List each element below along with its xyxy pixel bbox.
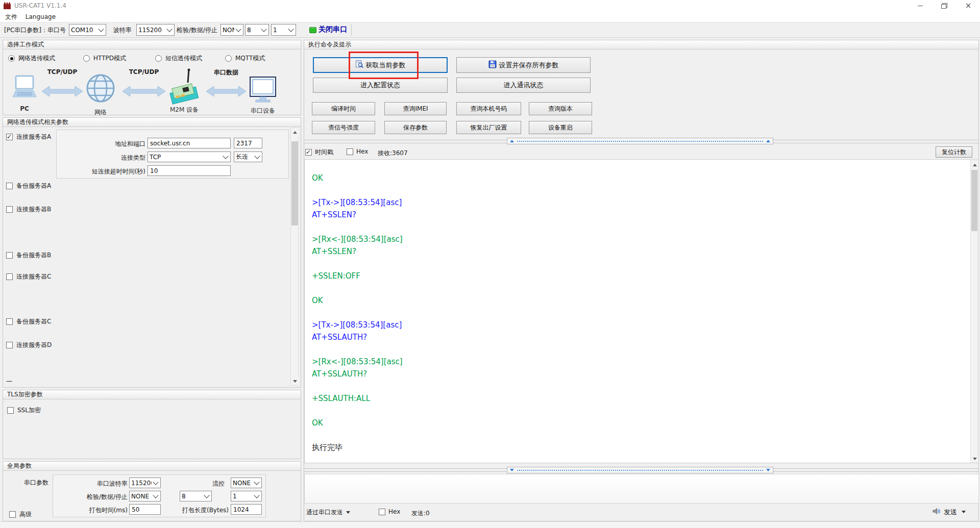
menu-language[interactable]: Language bbox=[22, 12, 59, 22]
chevron-down-icon bbox=[254, 479, 259, 485]
query-signal-button[interactable]: 查信号强度 bbox=[312, 121, 375, 134]
factory-reset-button[interactable]: 恢复出厂设置 bbox=[456, 121, 521, 134]
advanced-checkbox-row[interactable]: 高级 bbox=[9, 510, 32, 519]
window-title: USR-CAT1 V1.1.4 bbox=[14, 2, 66, 9]
left-scrollbar[interactable] bbox=[290, 128, 299, 386]
scrollbar-thumb[interactable] bbox=[291, 141, 298, 225]
checkbox-row[interactable]: 连接服务器C bbox=[6, 272, 51, 281]
maximize-button[interactable] bbox=[935, 0, 952, 11]
checkbox-row[interactable]: 备份服务器A bbox=[6, 182, 51, 190]
timestamp-checkbox-row[interactable]: 时间戳 bbox=[305, 148, 333, 157]
log-line: AT+SSLAUTH? bbox=[312, 368, 978, 380]
mode-option-mqtt[interactable]: MQTT模式 bbox=[225, 54, 265, 63]
query-imei-button[interactable]: 查询IMEI bbox=[384, 102, 447, 115]
pack-time-input[interactable]: 50 bbox=[129, 504, 161, 515]
hex-send-checkbox-row[interactable]: Hex bbox=[379, 508, 400, 515]
checkbox-advanced[interactable] bbox=[9, 511, 16, 518]
compile-time-button[interactable]: 编译时间 bbox=[312, 102, 375, 115]
frame-label: 检验/数据/停止 bbox=[177, 26, 217, 35]
arrow-icon bbox=[122, 86, 165, 98]
flow-select[interactable]: NONE bbox=[231, 477, 262, 488]
checkbox-server-c[interactable] bbox=[6, 273, 13, 280]
checkbox-ssl[interactable] bbox=[7, 407, 14, 414]
baud-select[interactable]: 115200 bbox=[136, 24, 175, 36]
get-params-button[interactable]: 获取当前参数 bbox=[313, 57, 448, 73]
hex-checkbox-row[interactable]: Hex bbox=[347, 148, 368, 155]
diagram-node-label: 串口设备 bbox=[248, 107, 278, 115]
radio-httpd-mode[interactable] bbox=[83, 55, 90, 62]
conn-type-select[interactable]: TCP bbox=[148, 152, 231, 162]
stopbits-select[interactable]: 1 bbox=[271, 24, 296, 36]
enter-comm-button[interactable]: 进入通讯状态 bbox=[456, 78, 591, 93]
server-address-input[interactable]: socket.usr.cn bbox=[148, 138, 231, 148]
g-databits-select[interactable]: 8 bbox=[180, 491, 212, 501]
checkbox-timestamp[interactable] bbox=[305, 149, 312, 156]
pc-icon bbox=[11, 74, 38, 105]
enter-config-button[interactable]: 进入配置状态 bbox=[313, 78, 448, 93]
save-params-button[interactable]: 保存参数 bbox=[384, 121, 447, 134]
diagram-node-label: PC bbox=[11, 105, 38, 112]
close-button[interactable]: × bbox=[960, 0, 977, 11]
serial-params-label: 串口参数 bbox=[24, 479, 48, 487]
parity-select[interactable]: NONI bbox=[220, 24, 243, 36]
log-lines: OK >[Tx->][08:53:54][asc]AT+SSLEN? >[Rx<… bbox=[305, 160, 978, 454]
server-a-checkbox-row[interactable]: 连接服务器A bbox=[6, 133, 51, 141]
checkbox-hex-recv[interactable] bbox=[347, 148, 353, 155]
checkbox-server-b[interactable] bbox=[6, 206, 13, 213]
g-parity-select[interactable]: NONE bbox=[129, 491, 161, 501]
databits-select[interactable]: 8 bbox=[245, 24, 269, 36]
checkbox-server-d[interactable] bbox=[6, 342, 13, 348]
diagram-link-label: TCP/UDP bbox=[124, 68, 164, 76]
checkbox-backup-a[interactable] bbox=[6, 183, 13, 189]
checkbox-server-a[interactable] bbox=[6, 134, 13, 140]
radio-net-mode[interactable] bbox=[8, 55, 15, 62]
checkbox-row[interactable]: 连接服务器D bbox=[6, 341, 52, 349]
g-baud-select[interactable]: 115200 bbox=[129, 477, 161, 488]
g-stopbits-select[interactable]: 1 bbox=[231, 491, 262, 501]
log-line: AT+SSLAUTH? bbox=[312, 331, 978, 343]
splitter-handle-top[interactable] bbox=[507, 138, 773, 144]
checkbox-hex-send[interactable] bbox=[379, 509, 385, 515]
splitter-arrow-icon bbox=[510, 140, 514, 142]
query-version-button[interactable]: 查询版本 bbox=[529, 102, 592, 115]
scroll-up-icon[interactable] bbox=[291, 128, 299, 136]
reset-counter-button[interactable]: 复位计数 bbox=[936, 146, 972, 158]
checkbox-row[interactable]: 备份服务器B bbox=[6, 251, 51, 260]
radio-mqtt-mode[interactable] bbox=[225, 55, 232, 62]
checkbox-row[interactable]: 备份服务器C bbox=[6, 317, 51, 326]
menu-file[interactable]: 文件 bbox=[2, 11, 20, 23]
mode-option-httpd[interactable]: HTTPD模式 bbox=[83, 54, 126, 63]
ssl-checkbox-row[interactable]: SSL加密 bbox=[7, 406, 41, 415]
radio-sms-mode[interactable] bbox=[155, 55, 162, 62]
splitter-handle-bottom[interactable] bbox=[507, 467, 773, 473]
query-number-button[interactable]: 查询本机号码 bbox=[456, 102, 521, 115]
mode-option-sms[interactable]: 短信透传模式 bbox=[155, 54, 202, 63]
server-port-input[interactable]: 2317 bbox=[234, 138, 262, 148]
minimize-button[interactable] bbox=[912, 0, 929, 11]
diagram-link-label: 串口数据 bbox=[206, 68, 246, 77]
send-button[interactable]: 发送 bbox=[932, 507, 966, 517]
scroll-down-icon[interactable] bbox=[291, 377, 299, 385]
send-via-serial-dropdown[interactable]: 通过串口发送 bbox=[306, 508, 350, 517]
keepalive-select[interactable]: 长连 bbox=[234, 152, 262, 162]
scrollbar-thumb[interactable] bbox=[971, 170, 977, 231]
short-conn-timeout-input[interactable]: 10 bbox=[148, 165, 231, 176]
device-restart-button[interactable]: 设备重启 bbox=[529, 121, 592, 134]
mode-option-net[interactable]: 网络透传模式 bbox=[8, 54, 55, 63]
scroll-up-icon[interactable] bbox=[971, 161, 978, 169]
log-scrollbar[interactable] bbox=[970, 160, 978, 463]
checkbox-backup-c[interactable] bbox=[6, 318, 13, 325]
close-serial-button[interactable]: 关闭串口 bbox=[318, 25, 347, 34]
set-save-params-button[interactable]: 设置并保存所有参数 bbox=[456, 57, 591, 73]
send-input-area[interactable] bbox=[304, 474, 979, 504]
clipped-row-dash: — bbox=[6, 378, 12, 385]
log-line bbox=[312, 429, 978, 441]
chevron-down-icon bbox=[288, 26, 293, 32]
checkbox-row[interactable]: 连接服务器B bbox=[6, 205, 51, 214]
com-port-select[interactable]: COM10 bbox=[69, 24, 106, 36]
log-area[interactable]: OK >[Tx->][08:53:54][asc]AT+SSLEN? >[Rx<… bbox=[304, 159, 979, 463]
work-mode-header: 选择工作模式 bbox=[3, 40, 301, 49]
checkbox-backup-b[interactable] bbox=[6, 252, 13, 259]
pack-len-input[interactable]: 1024 bbox=[231, 504, 262, 515]
scroll-down-icon[interactable] bbox=[971, 455, 978, 463]
